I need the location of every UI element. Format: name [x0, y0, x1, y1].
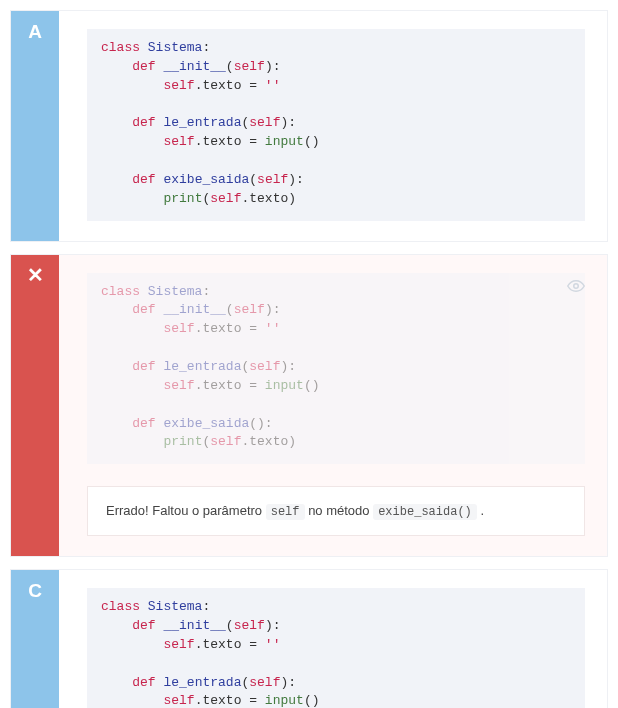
option-content: class Sistema: def __init__(self): self.…	[59, 255, 607, 557]
feedback-text: no método	[305, 503, 374, 518]
option-content: class Sistema: def __init__(self): self.…	[59, 570, 607, 708]
option-letter: C	[11, 570, 59, 708]
feedback-text: Errado! Faltou o parâmetro	[106, 503, 266, 518]
code-block: class Sistema: def __init__(self): self.…	[87, 29, 585, 221]
option-a[interactable]: Aclass Sistema: def __init__(self): self…	[10, 10, 608, 242]
close-icon: ✕	[27, 265, 44, 285]
inline-code: self	[266, 504, 305, 520]
option-c[interactable]: Cclass Sistema: def __init__(self): self…	[10, 569, 608, 708]
feedback-text: .	[477, 503, 484, 518]
option-x[interactable]: ✕class Sistema: def __init__(self): self…	[10, 254, 608, 558]
inline-code: exibe_saida()	[373, 504, 477, 520]
code-block: class Sistema: def __init__(self): self.…	[87, 273, 585, 465]
option-content: class Sistema: def __init__(self): self.…	[59, 11, 607, 241]
option-status-wrong-icon: ✕	[11, 255, 59, 557]
feedback-message: Errado! Faltou o parâmetro self no métod…	[87, 486, 585, 536]
option-letter: A	[11, 11, 59, 241]
code-block: class Sistema: def __init__(self): self.…	[87, 588, 585, 708]
